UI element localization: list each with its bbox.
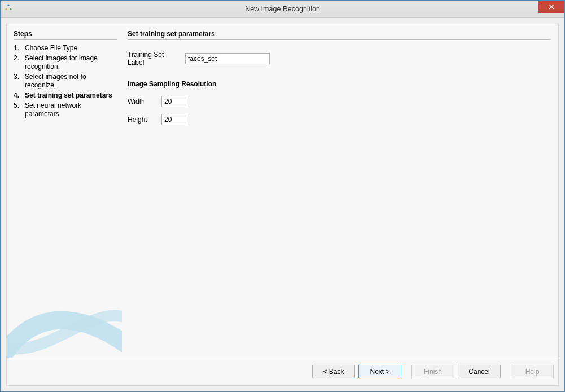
steps-list: 1. Choose File Type 2. Select images for… (14, 43, 117, 120)
step-item-4: 4. Set training set parametars (14, 91, 117, 101)
training-label-caption: Training Set Label (128, 51, 179, 67)
content-pane: Steps 1. Choose File Type 2. Select imag… (6, 24, 559, 386)
body-area: Steps 1. Choose File Type 2. Select imag… (1, 18, 564, 391)
steps-heading: Steps (14, 30, 117, 38)
close-button[interactable] (538, 1, 564, 13)
step-item-3: 3. Select images not to recognize. (14, 72, 117, 91)
titlebar: New Image Recognition (1, 1, 564, 18)
divider (14, 39, 117, 40)
svg-point-0 (7, 5, 9, 6)
step-number: 4. (14, 91, 25, 100)
steps-sidebar: Steps 1. Choose File Type 2. Select imag… (7, 24, 122, 358)
step-item-2: 2. Select images for image recognition. (14, 54, 117, 72)
row-training-label: Training Set Label (128, 51, 550, 67)
divider (128, 39, 550, 41)
main-panel: Set training set parametars Training Set… (122, 24, 558, 358)
step-number: 1. (14, 44, 25, 52)
back-button[interactable]: < Back (312, 365, 355, 378)
decorative-swoosh-icon (7, 284, 122, 358)
svg-point-1 (5, 8, 7, 10)
row-height: Height (128, 114, 550, 125)
step-label: Choose File Type (25, 44, 117, 52)
step-label: Select images not to recognize. (25, 73, 117, 90)
finish-button: Finish (411, 365, 454, 378)
next-button[interactable]: Next > (358, 365, 401, 378)
cancel-button[interactable]: Cancel (458, 365, 501, 378)
page-title: Set training set parametars (128, 30, 550, 38)
sampling-heading: Image Sampling Resolution (128, 80, 550, 88)
step-number: 2. (14, 54, 25, 63)
svg-point-2 (10, 8, 11, 10)
window-title: New Image Recognition (1, 5, 564, 13)
step-item-5: 5. Set neural network parametars (14, 101, 117, 120)
height-input[interactable] (161, 114, 187, 125)
width-caption: Width (128, 98, 156, 105)
step-number: 3. (14, 73, 25, 81)
help-button: Help (511, 365, 554, 378)
step-label: Set neural network parametars (25, 102, 117, 118)
step-label: Set training set parametars (25, 91, 117, 100)
step-number: 5. (14, 102, 25, 110)
step-item-1: 1. Choose File Type (14, 43, 117, 54)
row-width: Width (128, 96, 550, 107)
width-input[interactable] (161, 96, 187, 107)
wizard-window: New Image Recognition Steps 1. Choose Fi… (0, 0, 565, 392)
height-caption: Height (128, 116, 156, 124)
wizard-button-bar: < Back Next > Finish Cancel Help (7, 358, 558, 385)
training-label-input[interactable] (185, 53, 270, 64)
app-icon (4, 3, 15, 15)
step-label: Select images for image recognition. (25, 54, 117, 71)
